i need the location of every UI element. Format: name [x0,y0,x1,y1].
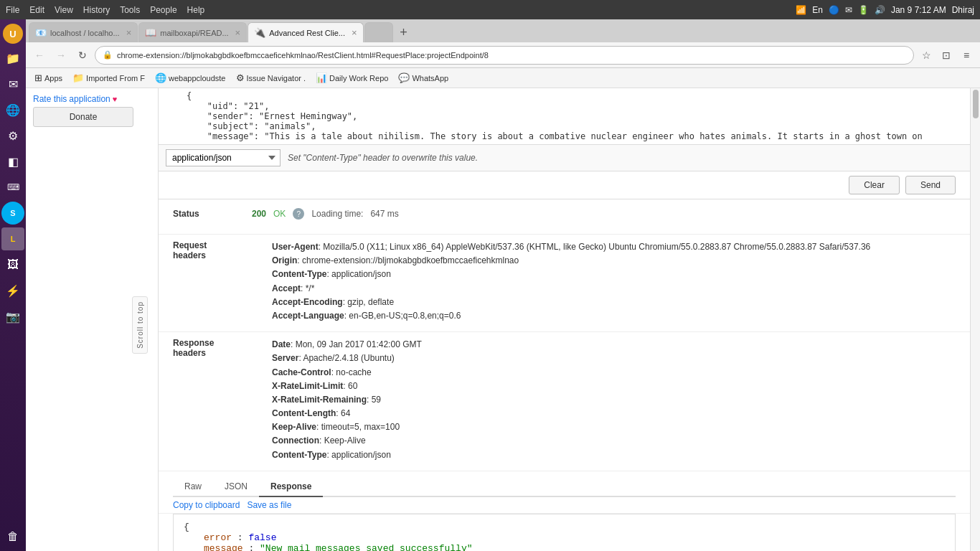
sidebar-icon-settings[interactable]: ⚙ [1,124,24,147]
sidebar-avatar[interactable]: U [3,24,23,44]
browser-window: 📧 localhost / localho... × 📖 mailboxapi/… [26,19,980,551]
json-colon-error: : [237,532,249,543]
copy-to-clipboard-link[interactable]: Copy to clipboard [173,500,240,510]
tab-json[interactable]: JSON [213,477,259,497]
resp-val-ratelimit-rem: 59 [372,395,381,405]
resp-key-ratelimit-rem: X-RateLimit-Remaining [272,395,367,405]
tab-favicon-restclient: 🔌 [254,27,265,38]
resp-val-ct: application/json [331,450,391,460]
content-type-select[interactable]: application/json text/plain application/… [166,149,281,166]
tab-restclient[interactable]: 🔌 Advanced Rest Clie... × [248,22,363,42]
menu-edit[interactable]: Edit [29,5,44,15]
send-button[interactable]: Send [905,176,956,194]
bookmark-dailywork[interactable]: 📊 Daily Work Repo [311,71,392,85]
email-icon: ✉ [845,5,852,15]
sidebar-icon-files[interactable]: 📁 [1,47,24,70]
menu-people[interactable]: People [150,5,176,15]
resp-val-server: Apache/2.4.18 (Ubuntu) [303,353,394,363]
sidebar-icon-libreoffice[interactable]: L [1,227,24,250]
req-header-useragent: User-Agent: Mozilla/5.0 (X11; Linux x86_… [272,240,956,254]
forward-button[interactable]: → [52,46,70,65]
resp-val-keepalive: timeout=5, max=100 [321,422,400,432]
os-menus: File Edit View History Tools People Help [6,5,204,15]
resp-header-cache: Cache-Control: no-cache [272,366,956,380]
sidebar-icon-skype[interactable]: S [1,202,24,225]
reload-button[interactable]: ↻ [73,46,92,65]
tab-title-restclient: Advanced Rest Clie... [269,29,345,37]
req-key-language: Accept-Language [272,311,344,321]
resp-key-cache: Cache-Control [272,367,331,377]
response-headers-label: Response headers [173,338,266,358]
req-val-accept: */* [306,283,315,293]
req-header-origin: Origin: chrome-extension://bljmokabgbdko… [272,254,956,268]
menu-view[interactable]: View [55,5,73,15]
tab-favicon-localhost: 📧 [35,27,47,38]
status-help-icon[interactable]: ? [293,208,304,220]
clear-button[interactable]: Clear [849,176,900,194]
bookmark-imported[interactable]: 📁 Imported From F [68,71,149,85]
menu-history[interactable]: History [83,5,110,15]
sidebar-icon-code[interactable]: ⌨ [1,176,24,199]
req-val-origin: chrome-extension://bljmokabgbdkoefbmccae… [302,255,519,265]
tab-close-localhost[interactable]: × [126,27,132,38]
rate-this-text: Rate this [33,94,67,104]
json-key-error: error [204,532,232,543]
sidebar-icon-email[interactable]: ✉ [1,72,24,95]
req-val-language: en-GB,en-US;q=0.8,en;q=0.6 [349,311,461,321]
resp-val-cache: no-cache [336,367,371,377]
tab-close-github[interactable]: × [235,27,241,38]
save-as-file-link[interactable]: Save as file [247,500,291,510]
tab-response[interactable]: Response [259,477,323,497]
bluetooth-icon: 🔵 [829,5,839,15]
status-code: 200 [252,209,266,219]
menu-help[interactable]: Help [187,5,205,15]
bookmark-whatsapp[interactable]: 💬 WhatsApp [394,71,453,85]
bookmark-button[interactable]: ☆ [917,46,936,65]
status-text: OK [273,209,286,219]
sidebar-icon-photo[interactable]: 📷 [1,305,24,328]
bookmark-label-apps: Apps [44,74,62,83]
sidebar-icon-browser[interactable]: 🌐 [1,98,24,121]
tab-close-restclient[interactable]: × [352,27,357,38]
resp-header-ct: Content-Type: application/json [272,448,956,462]
sidebar-icon-image[interactable]: 🖼 [1,253,24,276]
scrollbar-thumb [973,90,979,118]
tab-github[interactable]: 📖 mailboxapi/READ... × [138,22,247,42]
resp-key-server: Server [272,353,298,363]
extensions-button[interactable]: ⊡ [937,46,956,65]
lock-icon: 🔒 [103,50,113,60]
back-button[interactable]: ← [30,46,49,65]
json-val-message: "New mail messages saved successfully" [260,543,472,551]
response-area: Status 200 OK ? Loading time: 647 ms Req… [159,199,970,551]
bookmark-issue[interactable]: ⚙ Issue Navigator . [232,71,311,85]
json-line-error: error : false [184,532,945,543]
menu-tools[interactable]: Tools [120,5,140,15]
action-buttons: Clear Send [159,171,970,199]
response-headers-row: Response headers Date: Mon, 09 Jan 2017 … [173,338,956,462]
menu-button[interactable]: ≡ [957,46,976,65]
tab-raw[interactable]: Raw [173,477,213,497]
volume-icon: 🔊 [875,5,885,15]
tab-title-localhost: localhost / localho... [50,29,120,37]
donate-button[interactable]: Donate [33,107,133,127]
menu-file[interactable]: File [6,5,19,15]
bookmark-apps[interactable]: ⊞ Apps [30,71,67,85]
scrollbar-area[interactable] [970,88,980,551]
json-colon-message: : [248,543,260,551]
sidebar-icon-trash[interactable]: 🗑 [1,525,24,548]
tab-localhost[interactable]: 📧 localhost / localho... × [29,22,138,42]
sidebar-icon-dev[interactable]: ◧ [1,150,24,173]
rate-this-link[interactable]: Rate this application ♥ [33,94,151,104]
req-key-useragent: User-Agent [272,242,319,252]
bookmark-webapp[interactable]: 🌐 webappcloudste [151,71,230,85]
resp-val-content-length: 64 [341,408,350,418]
new-tab-button[interactable]: + [394,22,414,42]
resp-header-content-length: Content-Length: 64 [272,407,956,420]
bookmark-label-imported: Imported From F [86,74,145,83]
bookmark-icon-whatsapp: 💬 [398,72,410,83]
os-menu-bar: File Edit View History Tools People Help [6,5,204,15]
tab-empty[interactable] [364,22,393,42]
resp-key-ratelimit: X-RateLimit-Limit [272,381,343,391]
sidebar-icon-system[interactable]: ⚡ [1,279,24,302]
address-bar[interactable]: 🔒 chrome-extension://bljmokabgbdkoefbmcc… [95,46,914,65]
